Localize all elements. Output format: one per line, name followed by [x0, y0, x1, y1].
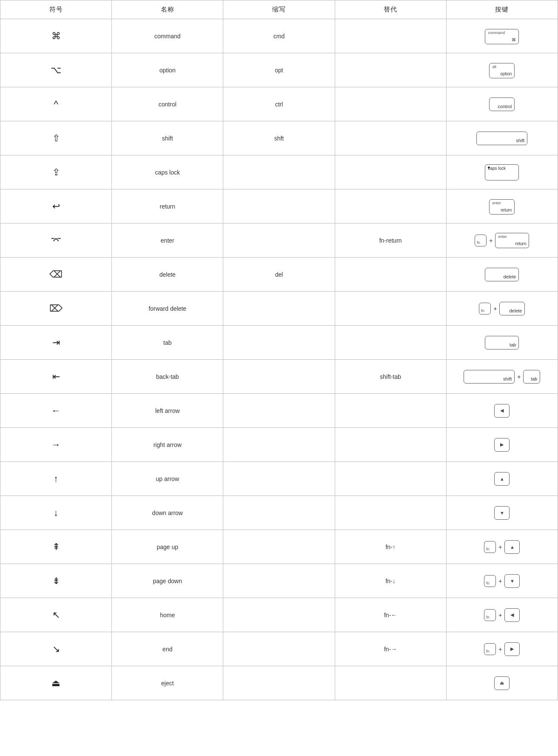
header-key: 按键 [446, 0, 558, 19]
table-row: ⇥tabtab [0, 326, 558, 360]
header-name: 名称 [112, 0, 223, 19]
name-cell: end [112, 632, 223, 666]
symbol-cell: ⌦ [0, 292, 112, 326]
table-row: ⇟page downfn-↓fn+▼ [0, 564, 558, 598]
name-cell: delete [112, 258, 223, 292]
name-cell: command [112, 19, 223, 53]
abbr-cell [223, 394, 335, 428]
name-cell: caps lock [112, 155, 223, 189]
abbr-cell [223, 598, 335, 632]
abbr-cell [223, 564, 335, 598]
symbol-cell: ⌘ [0, 19, 112, 53]
abbr-cell [223, 155, 335, 189]
abbr-cell: del [223, 258, 335, 292]
key-visual-eject: ⏏ [446, 666, 558, 700]
abbr-cell: opt [223, 53, 335, 87]
table-row: ⌥optionoptaltoption [0, 53, 558, 87]
symbol-cell: ⇟ [0, 564, 112, 598]
symbol-cell: ⌥ [0, 53, 112, 87]
header-abbr: 缩写 [223, 0, 335, 19]
name-cell: up arrow [112, 462, 223, 496]
alt-cell [335, 155, 446, 189]
name-cell: forward delete [112, 292, 223, 326]
table-row: ↓down arrow▼ [0, 496, 558, 530]
alt-cell [335, 462, 446, 496]
symbol-cell: ⇪ [0, 155, 112, 189]
key-visual-end: fn+▶ [446, 632, 558, 666]
alt-cell [335, 496, 446, 530]
abbr-cell [223, 326, 335, 360]
alt-cell: fn-→ [335, 632, 446, 666]
symbol-cell: ↖ [0, 598, 112, 632]
table-row: ←left arrow◀ [0, 394, 558, 428]
name-cell: tab [112, 326, 223, 360]
key-visual-enter: fn+enterreturn [446, 223, 558, 258]
name-cell: page up [112, 530, 223, 564]
symbol-cell: ⏏ [0, 666, 112, 700]
key-visual-forward_delete: fn+delete [446, 292, 558, 326]
table-row: ⌫deletedeldelete [0, 258, 558, 292]
key-visual-home: fn+◀ [446, 598, 558, 632]
abbr-cell [223, 360, 335, 394]
abbr-cell: cmd [223, 19, 335, 53]
key-visual-option: altoption [446, 53, 558, 87]
key-visual-right_arrow: ▶ [446, 428, 558, 462]
alt-cell [335, 258, 446, 292]
table-row: ⏏eject⏏ [0, 666, 558, 700]
symbol-cell: ⇤ [0, 360, 112, 394]
abbr-cell: ctrl [223, 87, 335, 121]
table-row: ↖homefn-←fn+◀ [0, 598, 558, 632]
alt-cell [335, 292, 446, 326]
alt-cell: fn-return [335, 223, 446, 258]
key-visual-up_arrow: ▲ [446, 462, 558, 496]
name-cell: shift [112, 121, 223, 155]
table-row: →right arrow▶ [0, 428, 558, 462]
abbr-cell [223, 666, 335, 700]
table-row: ^controlctrlcontrol [0, 87, 558, 121]
table-row: ⇤back-tabshift-tabshift+tab [0, 360, 558, 394]
table-row: ↘endfn-→fn+▶ [0, 632, 558, 666]
name-cell: page down [112, 564, 223, 598]
alt-cell [335, 87, 446, 121]
key-visual-command: command⌘ [446, 19, 558, 53]
alt-cell: fn-← [335, 598, 446, 632]
table-row: ↑up arrow▲ [0, 462, 558, 496]
symbol-cell: ⌤ [0, 223, 112, 258]
table-row: ⌤enterfn-returnfn+enterreturn [0, 223, 558, 258]
symbol-cell: ⌫ [0, 258, 112, 292]
abbr-cell [223, 462, 335, 496]
name-cell: option [112, 53, 223, 87]
key-visual-shift: shift [446, 121, 558, 155]
alt-cell [335, 666, 446, 700]
symbol-cell: ⇧ [0, 121, 112, 155]
key-visual-left_arrow: ◀ [446, 394, 558, 428]
abbr-cell [223, 632, 335, 666]
abbr-cell [223, 292, 335, 326]
key-visual-delete: delete [446, 258, 558, 292]
symbol-cell: ⇞ [0, 530, 112, 564]
key-visual-down_arrow: ▼ [446, 496, 558, 530]
alt-cell [335, 428, 446, 462]
header-symbol: 符号 [0, 0, 112, 19]
alt-cell [335, 121, 446, 155]
name-cell: down arrow [112, 496, 223, 530]
abbr-cell [223, 496, 335, 530]
alt-cell: fn-↑ [335, 530, 446, 564]
name-cell: return [112, 189, 223, 223]
abbr-cell [223, 530, 335, 564]
key-visual-return: enterreturn [446, 189, 558, 223]
alt-cell [335, 394, 446, 428]
table-row: ⌘commandcmdcommand⌘ [0, 19, 558, 53]
symbol-cell: → [0, 428, 112, 462]
key-visual-page_up: fn+▲ [446, 530, 558, 564]
name-cell: control [112, 87, 223, 121]
name-cell: right arrow [112, 428, 223, 462]
alt-cell [335, 326, 446, 360]
alt-cell [335, 53, 446, 87]
table-row: ⌦forward deletefn+delete [0, 292, 558, 326]
key-visual-capslock: caps lock [446, 155, 558, 189]
table-row: ⇞page upfn-↑fn+▲ [0, 530, 558, 564]
table-row: ⇧shiftshftshift [0, 121, 558, 155]
key-visual-page_down: fn+▼ [446, 564, 558, 598]
abbr-cell [223, 223, 335, 258]
